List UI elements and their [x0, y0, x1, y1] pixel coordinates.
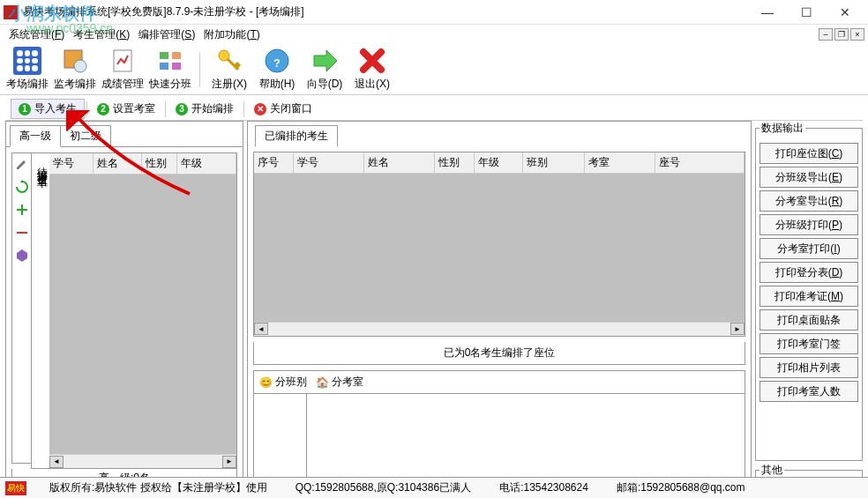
tab-grade2[interactable]: 初二级 — [60, 125, 111, 146]
remove-icon[interactable] — [15, 226, 29, 240]
col-gender[interactable]: 性别 — [142, 153, 177, 174]
minimize-button[interactable]: — — [748, 1, 787, 24]
tb-help[interactable]: ? 帮助(H) — [253, 46, 301, 93]
smile-icon: 😊 — [259, 376, 273, 389]
col-class[interactable]: 班别 — [523, 152, 585, 173]
sub-set-room[interactable]: 2 设置考室 — [89, 99, 163, 119]
refresh-icon[interactable] — [15, 180, 29, 194]
svg-point-1 — [74, 60, 86, 72]
key-icon — [215, 47, 243, 75]
sub-start-arrange[interactable]: 3 开始编排 — [168, 99, 242, 119]
left-hscroll[interactable]: ◄ ► — [49, 454, 236, 468]
content-area: 高一级 初二级 待编排考生名单 学号 姓名 性别 — [0, 121, 868, 496]
menu-student[interactable]: 考生管理(K) — [70, 26, 133, 44]
col-grade[interactable]: 年级 — [177, 153, 236, 174]
tb-quick-class[interactable]: 快速分班 — [146, 46, 194, 93]
tab-by-class[interactable]: 😊分班别 — [259, 375, 307, 390]
mid-lower: 😊分班别 🏠分考室 — [253, 370, 745, 487]
mid-table-body[interactable] — [254, 174, 745, 322]
btn-print-photolist[interactable]: 打印相片列表 — [760, 357, 858, 378]
monitor-icon — [61, 47, 89, 75]
step1-icon: 1 — [19, 103, 31, 115]
svg-rect-6 — [172, 63, 181, 70]
tab-by-room[interactable]: 🏠分考室 — [316, 375, 363, 390]
mid-lower-left[interactable] — [254, 394, 307, 486]
status-qq: QQ:1592805688,原Q:3104386已满人 — [290, 480, 476, 495]
status-badge: 易快 — [5, 481, 26, 495]
toolbar-separator — [199, 52, 200, 87]
btn-print-roomcount[interactable]: 打印考室人数 — [760, 381, 858, 402]
tb-register[interactable]: 注册(X) — [206, 46, 253, 93]
col-sgrade[interactable]: 年级 — [475, 152, 523, 173]
mid-upper-table: 序号 学号 姓名 性别 年级 班别 考室 座号 ◄ ► — [253, 152, 745, 337]
col-name[interactable]: 姓名 — [94, 153, 142, 174]
col-sname[interactable]: 姓名 — [364, 152, 435, 173]
btn-print-seatmap[interactable]: 打印座位图(C) — [760, 143, 858, 164]
col-seq[interactable]: 序号 — [254, 152, 294, 173]
sub-import-students[interactable]: 1 导入考生 — [11, 99, 85, 119]
mdi-minimize[interactable]: – — [819, 28, 833, 41]
tab-arranged[interactable]: 已编排的考生 — [255, 125, 338, 147]
add-icon[interactable] — [15, 203, 29, 217]
mid-tabs: 已编排的考生 — [248, 122, 751, 146]
scroll-right-icon[interactable]: ► — [222, 456, 236, 468]
grid-icon — [13, 47, 41, 75]
btn-print-class[interactable]: 分班级打印(P) — [760, 214, 858, 235]
btn-export-class[interactable]: 分班级导出(E) — [760, 167, 858, 188]
btn-print-doorsign[interactable]: 打印考室门签 — [760, 333, 858, 354]
step2-icon: 2 — [97, 103, 109, 115]
tb-wizard[interactable]: 向导(D) — [301, 46, 348, 93]
left-table-body[interactable] — [49, 175, 236, 454]
sub-close-window[interactable]: ✕ 关闭窗口 — [246, 99, 320, 119]
home-icon: 🏠 — [316, 376, 329, 389]
tb-exit[interactable]: 退出(X) — [348, 46, 396, 93]
arrow-icon — [311, 47, 339, 75]
group-other-title: 其他 — [760, 463, 784, 478]
tb-monitor-arrange[interactable]: 监考编排 — [51, 46, 99, 93]
svg-text:?: ? — [273, 57, 280, 70]
scroll-left-icon[interactable]: ◄ — [254, 323, 268, 335]
menubar: 系统管理(F) 考生管理(K) 编排管理(S) 附加功能(T) — [0, 25, 868, 44]
app-icon — [4, 5, 18, 19]
window-title: 易快考场编排系统[学校免费版]8.7.9-未注册学校 - [考场编排] — [23, 4, 748, 19]
exit-icon — [358, 47, 386, 75]
maximize-button[interactable]: ☐ — [787, 1, 826, 24]
svg-rect-5 — [160, 63, 168, 70]
mid-panel: 已编排的考生 序号 学号 姓名 性别 年级 班别 考室 座号 ◄ ► 已为0名考… — [247, 121, 752, 493]
col-room[interactable]: 考室 — [585, 152, 655, 173]
menu-extra[interactable]: 附加功能(T) — [200, 26, 263, 44]
left-tabs: 高一级 初二级 — [6, 122, 243, 147]
menu-arrange[interactable]: 编排管理(S) — [135, 26, 198, 44]
mid-hscroll[interactable]: ◄ ► — [254, 322, 745, 336]
statusbar: 易快 版权所有:易快软件 授权给【未注册学校】使用 QQ:1592805688,… — [0, 477, 868, 498]
btn-print-admit[interactable]: 打印准考证(M) — [760, 286, 858, 307]
scroll-right-icon[interactable]: ► — [730, 323, 745, 335]
mdi-restore[interactable]: ❐ — [834, 28, 849, 41]
btn-print-scoresheet[interactable]: 打印登分表(D) — [760, 262, 858, 283]
col-seat[interactable]: 座号 — [655, 152, 745, 173]
tb-score-mgr[interactable]: 成绩管理 — [99, 46, 146, 93]
col-sgender[interactable]: 性别 — [435, 152, 475, 173]
hex-icon[interactable] — [15, 249, 29, 263]
edit-icon[interactable] — [15, 157, 29, 171]
close-button[interactable]: ✕ — [826, 1, 864, 24]
left-vertical-label: 待编排考生名单 — [32, 153, 49, 468]
svg-rect-10 — [17, 232, 27, 234]
col-sid[interactable]: 学号 — [294, 152, 364, 173]
tab-grade1[interactable]: 高一级 — [10, 125, 61, 147]
mdi-controls: – ❐ × — [819, 28, 864, 41]
btn-export-room[interactable]: 分考室导出(R) — [760, 190, 858, 212]
tb-exam-arrange[interactable]: 考场编排 — [4, 46, 51, 93]
help-icon: ? — [263, 47, 291, 75]
col-student-id[interactable]: 学号 — [49, 153, 94, 174]
titlebar: 易快考场编排系统[学校免费版]8.7.9-未注册学校 - [考场编排] — ☐ … — [0, 0, 868, 25]
mdi-close[interactable]: × — [850, 28, 864, 41]
status-copyright: 版权所有:易快软件 授权给【未注册学校】使用 — [44, 480, 273, 495]
btn-print-desklabel[interactable]: 打印桌面贴条 — [760, 309, 858, 331]
btn-print-room[interactable]: 分考室打印(I) — [760, 238, 858, 259]
mid-lower-right[interactable] — [307, 394, 745, 486]
menu-system[interactable]: 系统管理(F) — [5, 26, 68, 44]
status-mail: 邮箱:1592805688@qq.com — [611, 480, 751, 495]
scroll-left-icon[interactable]: ◄ — [49, 456, 64, 468]
step3-icon: 3 — [176, 103, 188, 115]
